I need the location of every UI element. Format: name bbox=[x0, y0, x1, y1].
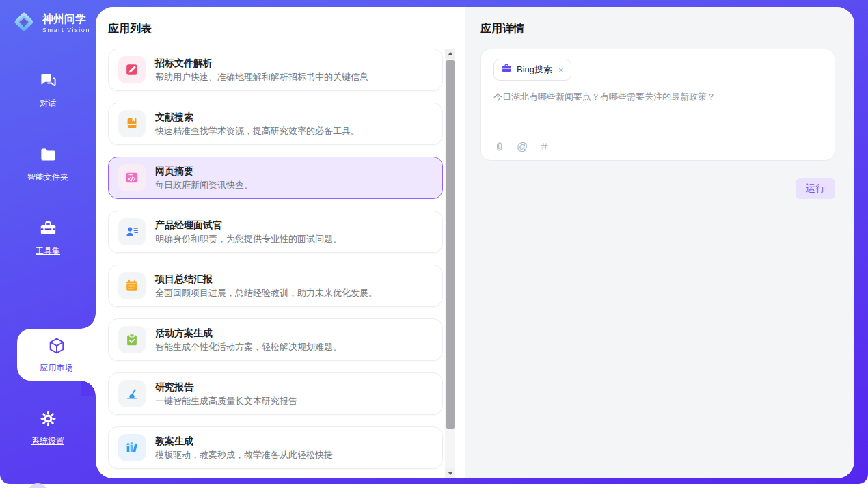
brand-name: 神州问学 bbox=[42, 13, 90, 25]
app-title: 研究报告 bbox=[155, 381, 297, 393]
list-item-web-summary[interactable]: 网页摘要 每日政府新闻资讯快查。 bbox=[108, 157, 443, 199]
tool-tag-label: Bing搜索 bbox=[517, 64, 552, 76]
app-desc: 帮助用户快速、准确地理解和解析招标书中的关键信息 bbox=[155, 72, 368, 83]
close-icon[interactable]: × bbox=[558, 65, 564, 75]
sidebar: 神州问学 Smart Vision 对话 智能文件夹 bbox=[0, 0, 96, 481]
list-item-project-summary[interactable]: 项目总结汇报 全面回顾项目进展，总结经验教训，助力未来优化发展。 bbox=[108, 265, 443, 307]
cube-icon bbox=[47, 336, 66, 358]
prompt-card: Bing搜索 × 今日湖北有哪些新闻要点？有哪些需要关注的最新政策？ @ bbox=[480, 49, 835, 161]
sidebar-nav: 对话 智能文件夹 工具集 bbox=[0, 72, 96, 483]
app-title: 文献搜索 bbox=[155, 111, 360, 123]
app-title: 招标文件解析 bbox=[155, 57, 368, 69]
list-item-pm-interviewer[interactable]: 产品经理面试官 明确身份和职责，为您提供专业性的面试问题。 bbox=[108, 211, 443, 253]
app-desc: 模板驱动，教案秒成，教学准备从此轻松快捷 bbox=[155, 450, 333, 461]
sidebar-item-label: 应用市场 bbox=[40, 362, 73, 374]
folder-icon bbox=[39, 146, 57, 167]
sidebar-item-chat[interactable]: 对话 bbox=[0, 72, 96, 107]
app-detail-title: 应用详情 bbox=[480, 22, 835, 36]
sidebar-item-settings[interactable]: 系统设置 bbox=[0, 409, 96, 445]
list-item-literature-search[interactable]: 文献搜索 快速精准查找学术资源，提高研究效率的必备工具。 bbox=[108, 103, 443, 145]
tool-tag-bing-search[interactable]: Bing搜索 × bbox=[493, 59, 571, 81]
app-desc: 每日政府新闻资讯快查。 bbox=[155, 180, 253, 191]
scroll-up-button[interactable] bbox=[445, 49, 455, 59]
interviewer-icon bbox=[118, 218, 146, 245]
list-item-lesson-plan[interactable]: 教案生成 模板驱动，教案秒成，教学准备从此轻松快捷 bbox=[108, 426, 443, 469]
books-icon bbox=[118, 434, 146, 461]
main-content: 应用列表 招标文件解析 帮助用户快速、准确地理解和解析招标书中的关键信息 bbox=[96, 7, 854, 478]
app-desc: 一键智能生成高质量长文本研究报告 bbox=[155, 396, 297, 407]
bubble-flare-bottom bbox=[81, 381, 96, 396]
chat-icon bbox=[39, 72, 57, 93]
clipboard-check-icon bbox=[118, 326, 146, 353]
prompt-input[interactable]: 今日湖北有哪些新闻要点？有哪些需要关注的最新政策？ bbox=[493, 90, 822, 104]
avatar bbox=[27, 483, 48, 488]
app-desc: 全面回顾项目进展，总结经验教训，助力未来优化发展。 bbox=[155, 288, 377, 299]
paperclip-icon[interactable] bbox=[493, 141, 505, 152]
sidebar-item-label: 智能文件夹 bbox=[27, 172, 68, 183]
user-account[interactable]: AD bbox=[0, 483, 96, 488]
sidebar-item-app-market[interactable]: 应用市场 bbox=[17, 329, 96, 381]
edit-doc-icon bbox=[118, 56, 146, 83]
list-item-research-report[interactable]: 研究报告 一键智能生成高质量长文本研究报告 bbox=[108, 372, 443, 415]
gear-icon bbox=[39, 409, 57, 431]
app-list-panel: 应用列表 招标文件解析 帮助用户快速、准确地理解和解析招标书中的关键信息 bbox=[96, 7, 465, 478]
app-title: 教案生成 bbox=[155, 435, 333, 447]
scroll-down-button[interactable] bbox=[445, 468, 455, 478]
arrow-down-icon bbox=[448, 472, 453, 475]
app-list-title: 应用列表 bbox=[108, 22, 465, 36]
app-desc: 智能生成个性化活动方案，轻松解决规划难题。 bbox=[155, 342, 342, 353]
run-button[interactable]: 运行 bbox=[796, 178, 835, 199]
arrow-up-icon bbox=[448, 52, 453, 55]
bubble-flare-top bbox=[81, 314, 96, 329]
list-scrollbar[interactable] bbox=[445, 49, 455, 478]
sidebar-item-label: 工具集 bbox=[36, 245, 60, 257]
scrollbar-thumb[interactable] bbox=[446, 60, 455, 429]
attachment-toolbar: @ bbox=[493, 141, 550, 152]
app-desc: 快速精准查找学术资源，提高研究效率的必备工具。 bbox=[155, 126, 360, 137]
web-code-icon bbox=[118, 164, 146, 191]
list-item-event-plan[interactable]: 活动方案生成 智能生成个性化活动方案，轻松解决规划难题。 bbox=[108, 318, 443, 361]
app-title: 网页摘要 bbox=[155, 165, 253, 177]
toolbox-icon bbox=[39, 219, 57, 241]
ink-report-icon bbox=[118, 380, 146, 407]
scrollbar-track[interactable] bbox=[445, 59, 455, 468]
sidebar-item-label: 对话 bbox=[40, 98, 56, 109]
sidebar-item-toolset[interactable]: 工具集 bbox=[0, 219, 96, 255]
app-title: 产品经理面试官 bbox=[155, 219, 342, 231]
brand-logo: 神州问学 Smart Vision bbox=[11, 9, 96, 38]
app-title: 活动方案生成 bbox=[155, 327, 342, 339]
app-detail-panel: 应用详情 Bing搜索 × 今日湖北有哪些新闻要点？有哪些需要关注的最新政策？ bbox=[465, 7, 854, 478]
list-item-bid-doc-parse[interactable]: 招标文件解析 帮助用户快速、准确地理解和解析招标书中的关键信息 bbox=[108, 49, 443, 91]
at-mention-icon[interactable]: @ bbox=[517, 141, 528, 152]
sidebar-item-label: 系统设置 bbox=[31, 435, 64, 447]
app-title: 项目总结汇报 bbox=[155, 273, 377, 285]
calendar-icon bbox=[118, 272, 146, 299]
hash-icon[interactable] bbox=[539, 141, 550, 152]
briefcase-icon bbox=[501, 63, 512, 77]
book-icon bbox=[118, 110, 146, 137]
app-desc: 明确身份和职责，为您提供专业性的面试问题。 bbox=[155, 234, 342, 245]
app-list: 招标文件解析 帮助用户快速、准确地理解和解析招标书中的关键信息 文献搜索 bbox=[108, 49, 465, 478]
brand-subtitle: Smart Vision bbox=[42, 27, 90, 33]
sidebar-item-smart-folder[interactable]: 智能文件夹 bbox=[0, 146, 96, 181]
diamond-logo-icon bbox=[11, 9, 37, 38]
